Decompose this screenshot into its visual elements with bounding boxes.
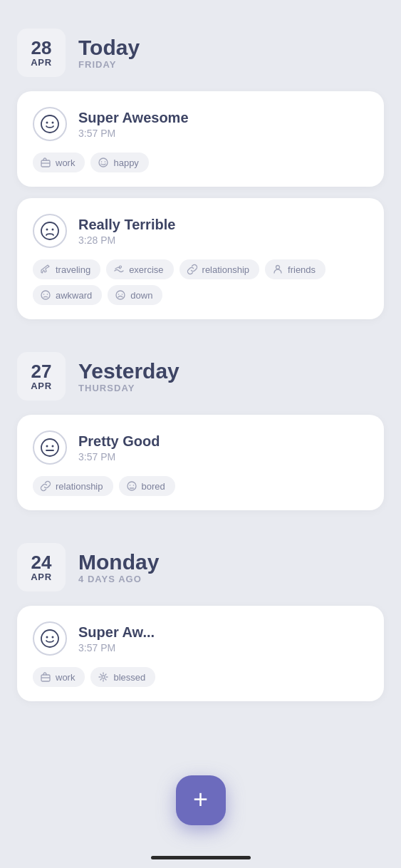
bottom-bar-indicator xyxy=(151,856,251,859)
tag-awkward-entry-2[interactable]: awkward xyxy=(33,285,102,305)
tag-exercise-entry-2[interactable]: exercise xyxy=(106,259,173,279)
tag-friends-entry-2[interactable]: friends xyxy=(265,259,326,279)
date-header-yesterday: 27 APR Yesterday THURSDAY xyxy=(17,352,384,401)
plus-icon: + xyxy=(193,787,208,812)
mood-icon-entry-3 xyxy=(33,430,67,465)
date-weekday-yesterday: THURSDAY xyxy=(78,383,179,393)
tag-icon-relationship xyxy=(187,264,198,275)
tag-icon-exercise xyxy=(113,264,125,275)
entry-time-entry-2: 3:28 PM xyxy=(78,234,175,246)
date-info-monday: Monday 4 DAYS AGO xyxy=(78,550,159,584)
entry-title-entry-2: Really Terrible xyxy=(78,217,175,233)
tags-row-entry-1: work happy xyxy=(33,153,368,172)
date-info-yesterday: Yesterday THURSDAY xyxy=(78,359,179,393)
tag-down-entry-2[interactable]: down xyxy=(108,285,162,305)
tag-label-relationship-entry-2: relationship xyxy=(202,264,250,275)
tag-icon-relationship xyxy=(40,480,51,492)
svg-point-14 xyxy=(47,294,48,295)
svg-point-11 xyxy=(276,266,280,269)
svg-point-12 xyxy=(41,291,50,299)
entry-title-entry-3: Pretty Good xyxy=(78,433,160,450)
entry-header-entry-4: Super Aw... 3:57 PM xyxy=(33,621,368,656)
mood-icon-entry-1 xyxy=(33,107,67,141)
date-month-yesterday: APR xyxy=(31,381,51,391)
svg-point-25 xyxy=(46,636,48,639)
date-box-today: 28 APR xyxy=(17,29,66,77)
tag-relationship-entry-3[interactable]: relationship xyxy=(33,476,113,496)
date-header-today: 28 APR Today FRIDAY xyxy=(17,29,384,77)
tag-work-entry-4[interactable]: work xyxy=(33,667,85,687)
entry-header-entry-3: Pretty Good 3:57 PM xyxy=(33,430,368,465)
svg-point-0 xyxy=(41,115,58,133)
svg-point-13 xyxy=(43,294,45,295)
entry-header-entry-2: Really Terrible 3:28 PM xyxy=(33,214,368,248)
tag-label-work-entry-4: work xyxy=(56,672,75,683)
entry-meta-entry-4: Super Aw... 3:57 PM xyxy=(78,624,155,653)
tag-icon-work xyxy=(40,671,51,683)
date-box-yesterday: 27 APR xyxy=(17,352,66,401)
svg-point-15 xyxy=(116,291,125,299)
date-day-yesterday: 27 xyxy=(31,362,52,381)
tag-label-exercise-entry-2: exercise xyxy=(129,264,163,275)
tag-icon-down xyxy=(115,289,126,301)
main-container: 28 APR Today FRIDAY Super Awesome 3:57 P… xyxy=(0,0,401,784)
svg-point-16 xyxy=(118,294,120,295)
tags-row-entry-2: traveling exercise relationship friends xyxy=(33,259,368,305)
date-label-yesterday: Yesterday xyxy=(78,359,179,383)
entry-card-entry-1[interactable]: Super Awesome 3:57 PM work happy xyxy=(17,91,384,187)
entry-header-entry-1: Super Awesome 3:57 PM xyxy=(33,107,368,141)
tag-icon-friends xyxy=(272,264,283,275)
tags-row-entry-3: relationship bored xyxy=(33,476,368,496)
tag-work-entry-1[interactable]: work xyxy=(33,153,85,172)
tag-label-blessed-entry-4: blessed xyxy=(113,672,145,683)
add-entry-button[interactable]: + xyxy=(176,775,226,825)
svg-point-5 xyxy=(101,161,103,162)
tag-icon-happy xyxy=(98,157,109,168)
svg-point-22 xyxy=(129,485,130,486)
svg-point-24 xyxy=(41,630,58,647)
tag-icon-awkward xyxy=(40,289,51,301)
tag-bored-entry-3[interactable]: bored xyxy=(119,476,175,496)
tag-label-happy-entry-1: happy xyxy=(113,157,138,168)
svg-point-2 xyxy=(52,122,54,124)
date-weekday-monday: 4 DAYS AGO xyxy=(78,574,159,584)
entry-card-entry-3[interactable]: Pretty Good 3:57 PM relationship bored xyxy=(17,415,384,510)
entry-time-entry-4: 3:57 PM xyxy=(78,642,155,653)
entry-time-entry-3: 3:57 PM xyxy=(78,451,160,463)
tag-label-relationship-entry-3: relationship xyxy=(56,481,103,492)
mood-icon-entry-2 xyxy=(33,214,67,248)
tag-icon-blessed xyxy=(98,671,109,683)
tag-label-friends-entry-2: friends xyxy=(288,264,316,275)
svg-point-23 xyxy=(132,485,134,486)
entry-meta-entry-2: Really Terrible 3:28 PM xyxy=(78,217,175,246)
entry-card-entry-4[interactable]: Super Aw... 3:57 PM work blessed xyxy=(17,606,384,701)
date-label-monday: Monday xyxy=(78,550,159,574)
tag-icon-work xyxy=(40,157,51,168)
svg-point-8 xyxy=(46,229,48,231)
section-spacer xyxy=(17,331,384,352)
entry-time-entry-1: 3:57 PM xyxy=(78,128,189,139)
date-header-monday: 24 APR Monday 4 DAYS AGO xyxy=(17,543,384,591)
tag-label-down-entry-2: down xyxy=(130,290,152,301)
date-label-today: Today xyxy=(78,36,140,59)
date-month-monday: APR xyxy=(31,572,51,582)
tag-traveling-entry-2[interactable]: traveling xyxy=(33,259,100,279)
svg-point-9 xyxy=(52,229,54,231)
tags-row-entry-4: work blessed xyxy=(33,667,368,687)
entry-card-entry-2[interactable]: Really Terrible 3:28 PM traveling exerci… xyxy=(17,198,384,319)
tag-label-bored-entry-3: bored xyxy=(142,481,165,492)
svg-point-28 xyxy=(102,676,105,678)
date-day-monday: 24 xyxy=(31,553,52,572)
svg-point-10 xyxy=(120,266,122,268)
tag-happy-entry-1[interactable]: happy xyxy=(90,153,148,172)
svg-point-7 xyxy=(41,222,58,239)
tag-icon-traveling xyxy=(40,264,51,275)
date-day-today: 28 xyxy=(31,38,52,57)
tag-relationship-entry-2[interactable]: relationship xyxy=(179,259,260,279)
date-weekday-today: FRIDAY xyxy=(78,59,140,70)
svg-point-4 xyxy=(99,158,108,167)
tag-blessed-entry-4[interactable]: blessed xyxy=(90,667,155,687)
svg-point-6 xyxy=(105,161,106,162)
svg-point-1 xyxy=(46,122,48,124)
section-spacer xyxy=(17,522,384,543)
